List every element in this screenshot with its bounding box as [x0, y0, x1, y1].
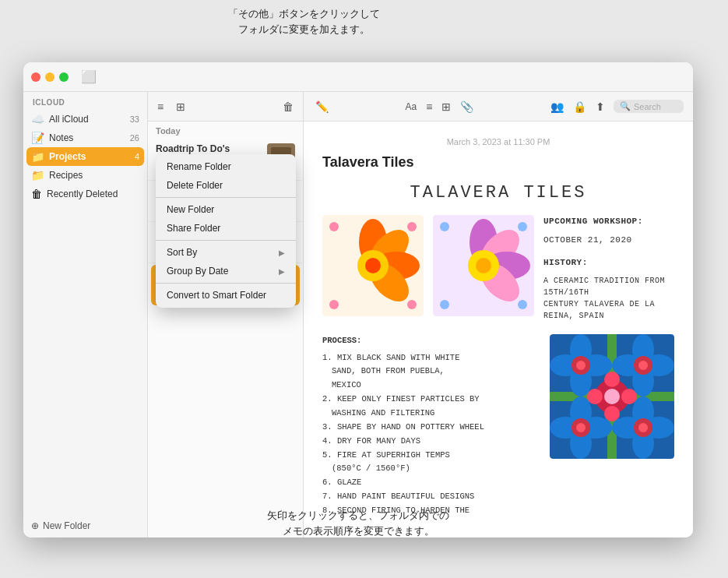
top-annotation: 「その他」ボタンをクリックして フォルダに変更を加えます。 — [187, 6, 420, 37]
sidebar-item-all-icloud[interactable]: ☁️ All iCloud 33 — [23, 110, 147, 129]
plus-icon: ⊕ — [31, 520, 39, 531]
font-icon[interactable]: Aa — [403, 100, 420, 114]
list-view-icon[interactable]: ≡ — [154, 99, 167, 115]
svg-point-18 — [407, 222, 417, 231]
ctx-item-label: New Folder — [167, 204, 214, 215]
ctx-share-folder[interactable]: Share Folder — [156, 219, 296, 238]
svg-point-65 — [621, 389, 637, 404]
ctx-item-label: Rename Folder — [167, 161, 231, 172]
svg-point-63 — [604, 406, 620, 421]
ctx-new-folder[interactable]: New Folder — [156, 200, 296, 219]
svg-point-66 — [604, 389, 620, 404]
format-toolbar-group: Aa ≡ ⊞ 📎 — [403, 99, 477, 115]
ctx-group-by-date[interactable]: Group By Date ▶ — [156, 262, 296, 280]
note-editor-title: Talavera Tiles — [322, 154, 674, 171]
svg-point-41 — [576, 361, 586, 370]
ctx-item-label: Share Folder — [167, 223, 220, 234]
folder-icon: 📁 — [31, 169, 44, 182]
svg-point-19 — [329, 300, 339, 309]
lock-icon[interactable]: 🔒 — [571, 99, 589, 115]
context-menu: Rename Folder Delete Folder New Folder S… — [156, 154, 296, 308]
sidebar-item-count: 4 — [135, 152, 139, 161]
svg-point-53 — [576, 423, 586, 432]
ctx-item-label: Sort By — [167, 247, 197, 258]
sidebar-item-recently-deleted[interactable]: 🗑 Recently Deleted — [23, 185, 147, 203]
ctx-rename-folder[interactable]: Rename Folder — [156, 157, 296, 176]
sidebar: iCloud ☁️ All iCloud 33 📝 Notes 26 📁 Pro… — [23, 92, 148, 537]
submenu-arrow-icon: ▶ — [279, 248, 285, 257]
grid-view-icon[interactable]: ⊞ — [173, 99, 188, 115]
handwritten-title: TALAVERA TILES — [322, 183, 674, 203]
tiles-section: UPCOMING WORKSHOP: OCTOBER 21, 2020 HIST… — [322, 215, 674, 322]
note-title: Roadtrip To Do's — [156, 143, 262, 154]
note-list-toolbar: ≡ ⊞ 🗑 — [148, 92, 303, 122]
editor-content: March 3, 2023 at 11:30 PM Talavera Tiles… — [304, 122, 693, 537]
svg-point-64 — [587, 389, 603, 404]
sidebar-item-notes[interactable]: 📝 Notes 26 — [23, 129, 147, 147]
sidebar-item-label: Projects — [49, 151, 130, 162]
zoom-button[interactable] — [59, 72, 69, 82]
process-section: PROCESS: 1. MIX BLACK SAND WITH WHITE SA… — [322, 334, 674, 518]
sidebar-item-label: Notes — [49, 132, 125, 143]
ctx-sort-by[interactable]: Sort By ▶ — [156, 243, 296, 262]
svg-point-16 — [365, 258, 381, 273]
ctx-item-label: Delete Folder — [167, 180, 223, 191]
sidebar-item-label: Recently Deleted — [47, 189, 139, 199]
ctx-separator-2 — [156, 240, 296, 241]
minimize-button[interactable] — [45, 72, 55, 82]
note-editor: ✏️ Aa ≡ ⊞ 📎 👥 🔒 ⬆ 🔍 Search — [304, 92, 693, 537]
svg-point-59 — [638, 423, 648, 432]
close-button[interactable] — [31, 72, 40, 82]
svg-point-30 — [440, 300, 449, 309]
sidebar-toggle-icon[interactable]: ⬜ — [81, 69, 97, 84]
new-folder-label: New Folder — [43, 520, 90, 531]
delete-note-icon[interactable]: 🗑 — [280, 99, 297, 115]
ctx-convert-smart[interactable]: Convert to Smart Folder — [156, 286, 296, 305]
share-icon[interactable]: ⬆ — [593, 99, 607, 115]
sidebar-item-count: 26 — [130, 133, 139, 143]
section-date-label: Today — [148, 122, 303, 137]
svg-point-29 — [518, 222, 527, 231]
search-field[interactable]: 🔍 Search — [614, 100, 684, 113]
titlebar: ⬜ — [23, 62, 693, 92]
sidebar-item-label: All iCloud — [49, 114, 125, 125]
note-list-panel: ≡ ⊞ 🗑 Today Roadtrip To Do's 4:23 PM Boo… — [148, 92, 304, 537]
compose-icon[interactable]: ✏️ — [313, 99, 331, 115]
collab-icon[interactable]: 👥 — [548, 99, 566, 115]
new-folder-button[interactable]: ⊕ New Folder — [23, 514, 147, 537]
process-text: PROCESS: 1. MIX BLACK SAND WITH WHITE SA… — [322, 334, 537, 518]
svg-point-47 — [638, 361, 648, 370]
search-placeholder: Search — [634, 102, 661, 111]
sidebar-item-recipes[interactable]: 📁 Recipes — [23, 166, 147, 185]
sidebar-item-count: 33 — [130, 115, 139, 124]
ctx-separator — [156, 197, 296, 198]
ctx-separator-3 — [156, 283, 296, 284]
tile-image-large — [550, 334, 674, 459]
traffic-lights — [31, 72, 69, 82]
editor-toolbar: ✏️ Aa ≡ ⊞ 📎 👥 🔒 ⬆ 🔍 Search — [304, 92, 693, 122]
list-format-icon[interactable]: ≡ — [424, 99, 434, 115]
share-toolbar-group: 👥 🔒 ⬆ — [548, 99, 607, 115]
workshop-text: UPCOMING WORKSHOP: OCTOBER 21, 2020 HIST… — [543, 215, 674, 322]
ctx-item-label: Group By Date — [167, 266, 228, 277]
ctx-delete-folder[interactable]: Delete Folder — [156, 176, 296, 195]
svg-point-62 — [604, 372, 620, 387]
svg-point-28 — [440, 222, 449, 231]
attach-icon[interactable]: 📎 — [458, 99, 476, 115]
svg-point-20 — [407, 300, 417, 309]
cloud-icon: ☁️ — [31, 113, 44, 125]
folder-icon: 📁 — [31, 150, 44, 163]
editor-timestamp: March 3, 2023 at 11:30 PM — [322, 137, 674, 146]
sidebar-section-label: iCloud — [23, 92, 147, 110]
trash-icon: 🗑 — [31, 188, 42, 200]
tile-image-2 — [433, 215, 534, 316]
content-area: iCloud ☁️ All iCloud 33 📝 Notes 26 📁 Pro… — [23, 92, 693, 537]
notes-icon: 📝 — [31, 132, 44, 144]
main-window: ⬜ iCloud ☁️ All iCloud 33 📝 Notes 26 📁 P… — [23, 62, 693, 537]
svg-point-17 — [329, 222, 339, 231]
submenu-arrow-icon: ▶ — [279, 267, 285, 276]
sidebar-item-label: Recipes — [49, 170, 139, 181]
table-icon[interactable]: ⊞ — [439, 99, 453, 115]
search-icon: 🔍 — [620, 101, 631, 111]
sidebar-item-projects[interactable]: 📁 Projects 4 — [26, 147, 144, 166]
